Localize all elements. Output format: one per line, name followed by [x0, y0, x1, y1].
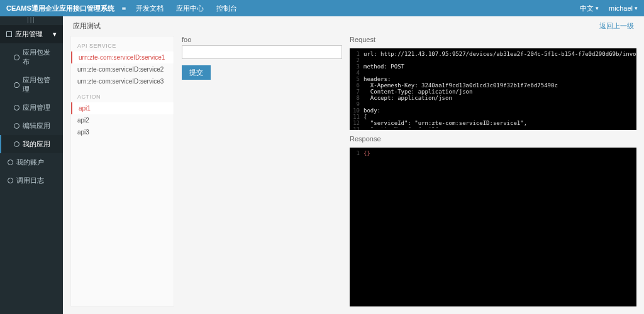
- nav-center[interactable]: 应用中心: [176, 4, 204, 13]
- sidebar-item-3[interactable]: 编辑应用: [0, 117, 63, 135]
- action-item[interactable]: api2: [71, 114, 174, 126]
- page-title: 应用测试: [73, 21, 101, 31]
- group-api-label: API SERVICE: [71, 40, 174, 51]
- language-dropdown[interactable]: 中文: [580, 4, 599, 13]
- nav-docs[interactable]: 开发文档: [136, 4, 164, 13]
- menu-toggle-icon[interactable]: ≡: [122, 4, 126, 12]
- sidebar-section-account[interactable]: 我的账户: [0, 153, 63, 171]
- sidebar-item-4[interactable]: 我的应用: [0, 135, 63, 153]
- service-item[interactable]: urn:zte-com:serviceID:service1: [71, 51, 174, 63]
- top-nav: 开发文档 应用中心 控制台: [136, 4, 580, 13]
- brand: CEAMS通用企业应用接口管理系统: [6, 4, 114, 13]
- service-panel: API SERVICE urn:zte-com:serviceID:servic…: [70, 36, 174, 306]
- submit-button[interactable]: 提交: [182, 65, 211, 80]
- sidebar-item-0[interactable]: 应用包发布: [0, 43, 63, 71]
- circle-icon: [14, 55, 19, 60]
- back-link[interactable]: 返回上一级: [599, 21, 634, 31]
- grid-icon: [6, 31, 12, 37]
- sidebar-section-logs[interactable]: 调用日志: [0, 171, 63, 190]
- user-dropdown[interactable]: michael: [609, 4, 638, 12]
- service-item[interactable]: urn:zte-com:serviceID:service2: [71, 63, 174, 75]
- sidebar-item-1[interactable]: 应用包管理: [0, 71, 63, 99]
- foo-input[interactable]: [182, 45, 342, 59]
- sidebar-collapse-handle[interactable]: |||: [0, 16, 63, 25]
- sidebar-item-2[interactable]: 应用管理: [0, 99, 63, 117]
- sidebar-section-app[interactable]: 应用管理 ▾: [0, 25, 63, 43]
- request-label: Request: [350, 36, 636, 43]
- service-item[interactable]: urn:zte-com:serviceID:service3: [71, 75, 174, 87]
- group-action-label: ACTION: [71, 91, 174, 102]
- topbar: CEAMS通用企业应用接口管理系统 ≡ 开发文档 应用中心 控制台 中文 mic…: [0, 0, 644, 16]
- action-item[interactable]: api1: [71, 102, 174, 114]
- input-label: foo: [182, 36, 342, 43]
- nav-console[interactable]: 控制台: [216, 4, 237, 13]
- action-item[interactable]: api3: [71, 126, 174, 138]
- circle-icon: [14, 105, 19, 111]
- request-code: 12345678910111213141516 url: http://121.…: [350, 48, 636, 130]
- chevron-down-icon: ▾: [53, 30, 57, 38]
- response-label: Response: [350, 135, 636, 143]
- form-panel: foo 提交: [182, 36, 342, 306]
- user-icon: [8, 160, 13, 165]
- circle-icon: [14, 82, 19, 88]
- circle-icon: [14, 123, 19, 129]
- log-icon: [8, 178, 13, 183]
- sidebar: ||| 应用管理 ▾ 应用包发布应用包管理应用管理编辑应用我的应用 我的账户 调…: [0, 16, 63, 314]
- circle-icon: [14, 141, 19, 147]
- response-code: 1 {}: [350, 148, 636, 306]
